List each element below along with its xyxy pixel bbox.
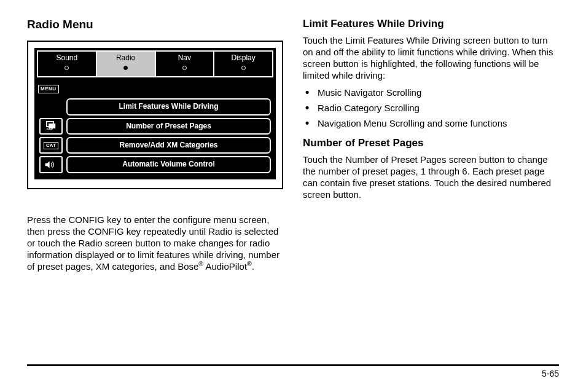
tab-label: Sound [57,53,78,62]
menu-row-xm-categories[interactable]: CAT Remove/Add XM Categories [39,137,271,154]
limit-features-list: Music Navigator Scrolling Radio Category… [303,87,559,130]
radio-menu-figure: Sound Radio Nav [27,41,283,189]
list-item: Navigation Menu Scrolling and some funct… [303,117,559,129]
page-number: 5-65 [542,369,559,378]
tab-sound[interactable]: Sound [38,52,97,76]
left-column: Radio Menu Sound Radio [27,17,283,359]
tab-row: Sound Radio Nav [37,50,273,77]
limit-features-paragraph: Touch the Limit Features While Driving s… [303,34,559,82]
two-column-layout: Radio Menu Sound Radio [27,17,559,359]
row-label: Remove/Add XM Categories [66,137,271,154]
cat-icon: CAT [39,137,63,154]
cat-icon-label: CAT [44,142,58,149]
para-text-2: AudioPilot [203,261,247,272]
para-text-3: . [252,261,254,272]
tab-indicator-icon [241,66,246,70]
tab-display[interactable]: Display [214,52,272,76]
tab-group: Sound Radio Nav [37,50,273,77]
tab-nav[interactable]: Nav [156,52,215,76]
tab-radio[interactable]: Radio [97,52,156,76]
fav-icon-svg: FAV [45,121,57,131]
fav-icon: FAV [39,118,63,135]
row-label: Automatic Volume Control [66,156,271,173]
menu-badge: MENU [38,85,59,93]
tab-indicator-icon [123,66,128,70]
tab-label: Display [231,53,255,62]
tab-indicator-icon [64,66,69,70]
nav-screen: Sound Radio Nav [34,48,276,179]
row-label: Limit Features While Driving [66,98,271,115]
page: Radio Menu Sound Radio [0,0,586,392]
tab-label: Radio [116,53,135,62]
menu-row-preset-pages[interactable]: FAV Number of Preset Pages [39,118,271,135]
registered-mark: ® [247,260,252,267]
list-item: Music Navigator Scrolling [303,87,559,98]
heading-preset-pages: Number of Preset Pages [303,136,559,150]
page-footer: 5-65 [27,364,559,380]
menu-row-limit-features[interactable]: Limit Features While Driving [39,98,271,115]
speaker-icon-svg [44,160,58,169]
registered-mark: ® [198,260,203,267]
right-column: Limit Features While Driving Touch the L… [303,17,559,359]
list-item: Radio Category Scrolling [303,102,559,114]
heading-radio-menu: Radio Menu [27,17,283,32]
svg-marker-3 [45,162,50,168]
speaker-icon [39,156,63,173]
row-label: Number of Preset Pages [66,118,271,135]
tab-indicator-icon [182,66,187,70]
heading-limit-features: Limit Features While Driving [303,17,559,31]
preset-pages-paragraph: Touch the Number of Preset Pages screen … [303,154,559,201]
radio-menu-paragraph: Press the CONFIG key to enter the config… [27,214,283,273]
svg-text:FAV: FAV [47,127,53,131]
menu-row-auto-volume[interactable]: Automatic Volume Control [39,156,271,173]
tab-label: Nav [178,53,191,62]
